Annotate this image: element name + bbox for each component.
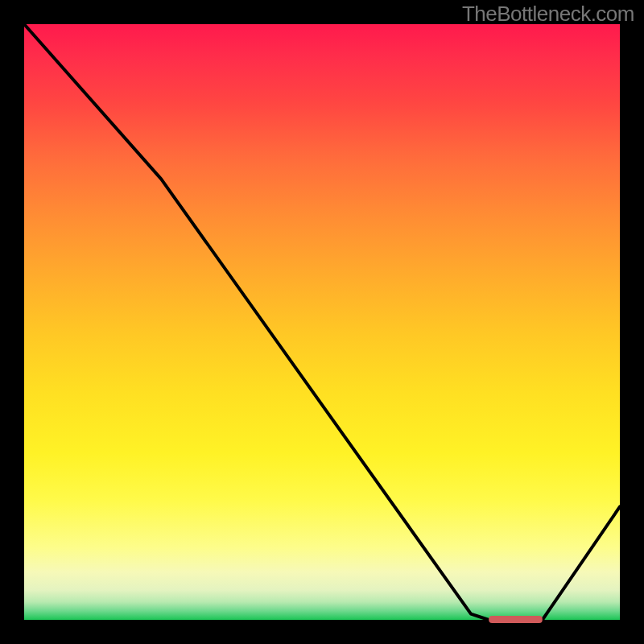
chart-plot-area [24,24,620,620]
chart-svg [24,24,620,620]
bottleneck-curve-path [24,24,620,620]
attribution-label: TheBottleneck.com [462,2,634,27]
optimal-range-marker [489,616,543,623]
